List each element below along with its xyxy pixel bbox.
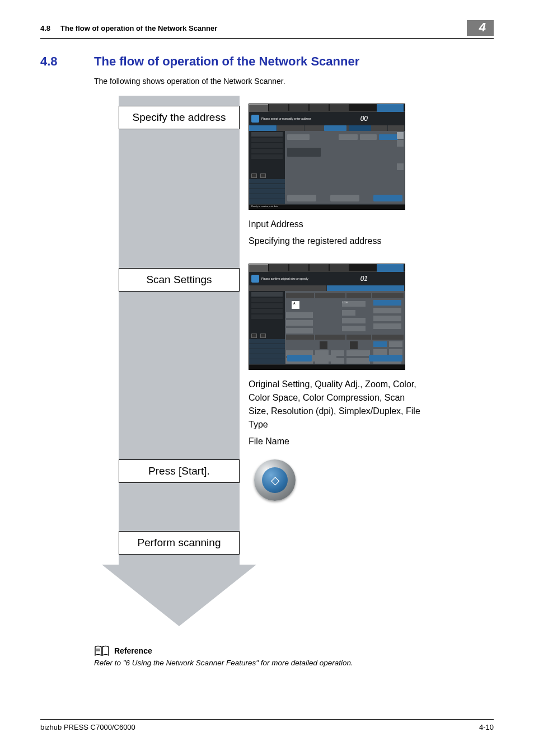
flow-step-1: Specify the address — [119, 106, 240, 129]
start-button-block: ◇ — [249, 459, 422, 501]
reference-block: Reference Refer to "6 Using the Network … — [94, 645, 494, 667]
flow-step-label: Specify the address — [119, 106, 240, 129]
reference-text: Refer to "6 Using the Network Scanner Fe… — [94, 659, 494, 667]
chapter-badge: 4 — [467, 20, 494, 36]
header-section-number: 4.8 — [40, 24, 50, 32]
book-icon — [94, 645, 110, 656]
info-icon — [251, 275, 259, 283]
page-footer: bizhub PRESS C7000/C6000 4-10 — [40, 719, 494, 731]
start-button-image: ◇ — [254, 459, 296, 501]
scan-caption-2: File Name — [249, 435, 422, 448]
info-icon — [251, 115, 259, 123]
set-number: 01 — [360, 275, 368, 283]
address-caption-2: Specifying the registered address — [249, 234, 422, 248]
start-icon: ◇ — [271, 473, 279, 487]
prompt-text: Please confirm original size or specify — [261, 277, 360, 280]
flow-step-label: Perform scanning — [119, 531, 240, 555]
flow-step-label: Scan Settings — [119, 268, 240, 292]
prompt-text: Please select or manually enter address — [261, 117, 360, 120]
address-caption-1: Input Address — [249, 218, 422, 231]
set-number: 00 — [360, 115, 368, 123]
section-heading: 4.8 The flow of operation of the Network… — [40, 54, 494, 69]
heading-number: 4.8 — [40, 54, 94, 69]
value-1000: 1.000 — [342, 301, 366, 307]
flow-step-3: Press [Start]. — [119, 459, 240, 483]
heading-title: The flow of operation of the Network Sca… — [94, 54, 359, 69]
scan-settings-block: Please confirm original size or specify … — [249, 264, 422, 452]
flow-step-4: Perform scanning — [119, 531, 240, 555]
flow-step-2: Scan Settings — [119, 268, 240, 292]
intro-text: The following shows operation of the Net… — [94, 77, 494, 86]
reference-label: Reference — [114, 646, 152, 655]
address-screen-block: Please select or manually enter address … — [249, 104, 422, 251]
flow-step-label: Press [Start]. — [119, 459, 240, 483]
scan-settings-screenshot: Please confirm original size or specify … — [249, 264, 405, 370]
header-section-title: The flow of operation of the Network Sca… — [60, 24, 467, 32]
status-bar — [249, 365, 405, 369]
footer-product: bizhub PRESS C7000/C6000 — [40, 723, 135, 731]
footer-page-number: 4-10 — [479, 723, 494, 731]
scan-caption-1: Original Setting, Quality Adj., Zoom, Co… — [249, 378, 422, 431]
status-bar: Ready to receive print data — [249, 205, 405, 209]
page-header: 4.8 The flow of operation of the Network… — [40, 20, 494, 39]
address-screenshot: Please select or manually enter address … — [249, 104, 405, 210]
